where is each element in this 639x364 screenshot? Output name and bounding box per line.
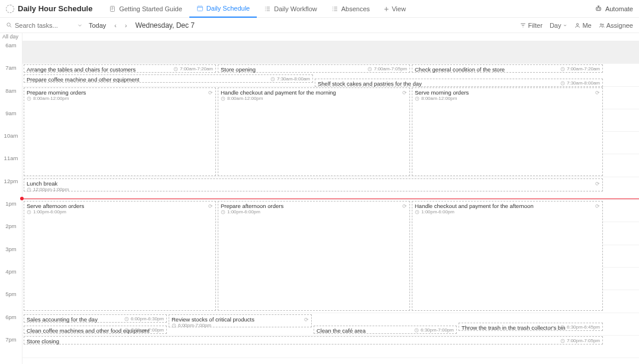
date-nav: ‹ › xyxy=(112,21,129,30)
event-title: Check general condition of the store xyxy=(415,66,505,73)
me-button[interactable]: Me xyxy=(575,22,591,29)
event-title: Serve morning orders xyxy=(415,89,600,96)
calendar-event[interactable]: Handle checkout and payment for the afte… xyxy=(412,201,603,311)
hour-label: 5pm xyxy=(0,290,22,313)
hour-label: 8am xyxy=(0,87,22,109)
automate-button[interactable]: Automate xyxy=(595,5,633,12)
person-icon xyxy=(575,22,580,28)
tab-daily-schedule[interactable]: Daily Schedule xyxy=(189,0,257,18)
calendar-event[interactable]: Store closing7:00pm-7:05pm xyxy=(24,336,603,344)
search-container xyxy=(6,22,83,29)
event-time: 6:30pm-6:45pm xyxy=(560,324,600,330)
svg-point-7 xyxy=(600,24,602,25)
event-time: 6:30pm-7:00pm xyxy=(124,327,164,333)
calendar-event[interactable]: Shelf stock cakes and pastries for the d… xyxy=(315,79,603,87)
calendar-event[interactable]: Check general condition of the store7:00… xyxy=(412,64,603,73)
event-time: 7:00pm-7:05pm xyxy=(560,338,600,343)
recurring-icon: ⟳ xyxy=(595,181,600,187)
calendar-event[interactable]: Handle checkout and payment for the morn… xyxy=(218,87,410,176)
event-time: 7:30am-8:00am xyxy=(560,80,600,86)
hour-label: 1pm xyxy=(0,200,22,222)
tab-absences[interactable]: Absences xyxy=(324,0,377,18)
robot-icon xyxy=(595,5,602,12)
hour-label: 12pm xyxy=(0,177,22,200)
svg-rect-1 xyxy=(197,6,202,11)
event-time: 8:00am-12:00pm xyxy=(415,96,600,101)
prev-day-button[interactable]: ‹ xyxy=(112,21,119,30)
calendar-event[interactable]: Prepare afternoon orders1:00pm-6:00pm⟳ xyxy=(218,201,410,311)
svg-point-8 xyxy=(602,24,604,25)
calendar-event[interactable]: Sales accounting for the day6:00pm-6:30p… xyxy=(24,314,167,323)
tab-label: Getting Started Guide xyxy=(119,5,182,12)
recurring-icon: ⟳ xyxy=(402,203,407,209)
calendar-grid[interactable]: Arrange the tables and chairs for custom… xyxy=(22,33,639,364)
calendar-event[interactable]: Prepare morning orders8:00am-12:00pm⟳ xyxy=(24,87,216,176)
event-time: 12:00pm-1:00pm xyxy=(27,187,600,192)
calendar-event[interactable]: Arrange the tables and chairs for custom… xyxy=(24,64,216,73)
svg-point-6 xyxy=(577,23,579,25)
search-icon xyxy=(6,22,12,28)
chevron-down-icon[interactable] xyxy=(77,22,83,28)
event-time: 7:00am-7:05pm xyxy=(367,66,407,72)
plus-icon: + xyxy=(384,4,389,14)
event-title: Sales accounting for the day xyxy=(27,316,98,323)
event-title: Handle checkout and payment for the afte… xyxy=(415,203,600,209)
tab-getting-started[interactable]: Getting Started Guide xyxy=(102,0,189,18)
list-icon xyxy=(331,5,338,12)
toolbar: Today ‹ › Wednesday, Dec 7 Filter Day Me… xyxy=(0,18,639,33)
day-label: Day xyxy=(550,22,561,29)
calendar-event[interactable]: Clean coffee machines and other food equ… xyxy=(24,326,167,334)
tabs: Getting Started Guide Daily Schedule Dai… xyxy=(102,0,412,18)
hour-label: 6am xyxy=(0,41,22,64)
event-time: 7:30am-8:00am xyxy=(270,76,310,82)
event-title: Arrange the tables and chairs for custom… xyxy=(27,66,135,73)
recurring-icon: ⟳ xyxy=(595,90,600,96)
hour-label: 3pm xyxy=(0,245,22,268)
chevron-down-icon xyxy=(563,23,567,28)
calendar-event[interactable]: Serve morning orders8:00am-12:00pm⟳ xyxy=(412,87,603,176)
calendar: All day 6am7am8am9am10am11am12pm1pm2pm3p… xyxy=(0,33,639,364)
calendar-event[interactable]: Throw the trash in the trash collector's… xyxy=(459,323,603,331)
tab-daily-workflow[interactable]: Daily Workflow xyxy=(257,0,324,18)
event-time: 6:00pm-6:30pm xyxy=(124,316,164,321)
list-icon xyxy=(264,5,271,12)
event-time: 6:30pm-7:00pm xyxy=(414,327,454,333)
add-view-button[interactable]: + View xyxy=(377,0,413,18)
calendar-event[interactable]: Serve afternoon orders1:00pm-6:00pm⟳ xyxy=(24,201,216,311)
search-input[interactable] xyxy=(15,22,68,29)
add-view-label: View xyxy=(392,5,406,12)
recurring-icon: ⟳ xyxy=(208,90,213,96)
allday-label: All day xyxy=(0,33,22,41)
filter-button[interactable]: Filter xyxy=(520,22,542,29)
event-time: 1:00pm-6:00pm xyxy=(27,209,213,214)
today-button[interactable]: Today xyxy=(89,22,106,29)
event-title: Prepare coffee machine and other equipme… xyxy=(27,76,139,83)
event-time: 7:00am-7:20am xyxy=(173,66,213,72)
next-day-button[interactable]: › xyxy=(122,21,130,30)
svg-point-5 xyxy=(7,23,11,27)
tab-label: Absences xyxy=(341,5,370,12)
view-controls: Filter Day Me Assignee xyxy=(520,22,633,29)
current-time-indicator xyxy=(22,199,639,199)
allday-row xyxy=(22,33,639,41)
filter-icon xyxy=(520,22,526,28)
hour-label: 9am xyxy=(0,109,22,132)
calendar-event[interactable]: Store opening7:00am-7:05pm xyxy=(218,64,410,73)
calendar-event[interactable]: Clean the café area6:30pm-7:00pm xyxy=(314,326,457,334)
event-title: Review stocks of critical products xyxy=(172,316,309,323)
event-time: 1:00pm-6:00pm xyxy=(221,209,407,214)
hour-label: 10am xyxy=(0,132,22,154)
event-time: 6:00pm-7:00pm xyxy=(172,323,309,328)
calendar-event[interactable]: Prepare coffee machine and other equipme… xyxy=(24,74,313,83)
app-icon xyxy=(6,5,14,13)
assignee-button[interactable]: Assignee xyxy=(599,22,633,29)
page-title: Daily Hour Schedule xyxy=(18,4,92,13)
calendar-event[interactable]: Lunch break12:00pm-1:00pm⟳ xyxy=(24,178,603,191)
hour-label: 2pm xyxy=(0,222,22,245)
view-mode-dropdown[interactable]: Day xyxy=(550,22,568,29)
hour-label: 11am xyxy=(0,154,22,177)
event-time: 8:00am-12:00pm xyxy=(27,96,213,101)
calendar-event[interactable]: Review stocks of critical products6:00pm… xyxy=(169,314,312,327)
event-time: 7:00am-7:20am xyxy=(560,66,600,72)
recurring-icon: ⟳ xyxy=(208,203,213,209)
